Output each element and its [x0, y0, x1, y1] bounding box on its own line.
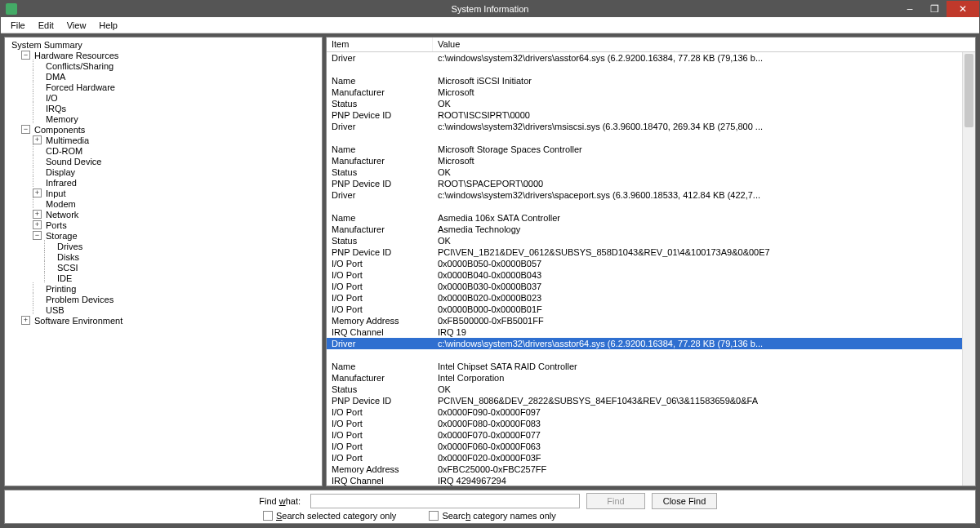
detail-row[interactable]: ManufacturerIntel Corporation [327, 372, 975, 384]
find-input[interactable] [310, 494, 580, 508]
detail-row[interactable]: Memory Address0xFBC25000-0xFBC257FF [327, 464, 975, 475]
tree-toggle-icon[interactable]: + [33, 189, 42, 197]
tree-item[interactable]: CD-ROM [5, 145, 322, 156]
detail-row[interactable]: PNP Device IDPCI\VEN_8086&DEV_2822&SUBSY… [327, 395, 975, 406]
scroll-thumb[interactable] [964, 54, 973, 127]
cell-item: Memory Address [327, 464, 433, 474]
menu-edit[interactable]: Edit [32, 19, 60, 32]
close-button[interactable]: ✕ [947, 1, 979, 17]
tree-item[interactable]: Problem Devices [5, 294, 322, 304]
find-bar: Find what: Find Close Find Search select… [4, 490, 976, 524]
detail-row[interactable]: I/O Port0x0000B040-0x0000B043 [327, 269, 975, 281]
tree-toggle-icon[interactable]: − [21, 125, 30, 134]
tree-item[interactable]: IDE [5, 273, 322, 283]
detail-row[interactable]: NameAsmedia 106x SATA Controller [327, 212, 975, 224]
detail-row[interactable]: I/O Port0x0000F090-0x0000F097 [327, 406, 975, 418]
tree-toggle-icon[interactable]: + [33, 220, 42, 229]
detail-row[interactable]: ManufacturerMicrosoft [327, 155, 975, 166]
tree-item[interactable]: Forced Hardware [5, 82, 322, 92]
tree-item[interactable]: Infrared [5, 177, 322, 188]
tree-item[interactable]: +Input [5, 188, 322, 198]
cell-value: OK [433, 167, 956, 177]
cell-value: c:\windows\system32\drivers\spaceport.sy… [433, 190, 956, 200]
tree-item[interactable]: −Components [5, 124, 322, 135]
detail-row[interactable]: I/O Port0x0000F020-0x0000F03F [327, 452, 975, 464]
tree-toggle-icon[interactable]: − [33, 231, 42, 240]
detail-row[interactable]: ManufacturerAsmedia Technology [327, 224, 975, 235]
titlebar[interactable]: System Information – ❐ ✕ [1, 1, 979, 17]
maximize-button[interactable]: ❐ [922, 1, 947, 17]
detail-row[interactable]: ManufacturerMicrosoft [327, 87, 975, 98]
column-item[interactable]: Item [327, 38, 433, 51]
detail-row[interactable]: StatusOK [327, 384, 975, 395]
cell-item: Status [327, 99, 433, 109]
menu-view[interactable]: View [60, 19, 93, 32]
tree-item[interactable]: Modem [5, 198, 322, 209]
detail-row[interactable]: I/O Port0x0000F070-0x0000F077 [327, 429, 975, 441]
detail-row[interactable]: I/O Port0x0000F080-0x0000F083 [327, 418, 975, 429]
menu-file[interactable]: File [4, 19, 32, 32]
tree-item-label: Drives [56, 242, 84, 251]
detail-row[interactable]: NameIntel Chipset SATA RAID Controller [327, 361, 975, 372]
tree-item[interactable]: Sound Device [5, 156, 322, 166]
detail-row[interactable]: IRQ ChannelIRQ 4294967294 [327, 475, 975, 486]
detail-row[interactable]: PNP Device IDROOT\ISCSIPRT\0000 [327, 109, 975, 121]
tree-item[interactable]: DMA [5, 71, 322, 82]
detail-row[interactable]: Driverc:\windows\system32\drivers\spacep… [327, 189, 975, 201]
cell-item: PNP Device ID [327, 110, 433, 120]
cell-value: 0x0000B040-0x0000B043 [433, 270, 956, 280]
detail-row[interactable]: I/O Port0x0000F060-0x0000F063 [327, 441, 975, 452]
search-selected-only-checkbox[interactable]: Search selected category only [263, 511, 396, 521]
menu-help[interactable]: Help [92, 19, 124, 32]
tree-item[interactable]: +Network [5, 209, 322, 220]
detail-row[interactable]: Driverc:\windows\system32\drivers\asstor… [327, 52, 975, 64]
tree-toggle-icon[interactable]: + [21, 316, 30, 325]
cell-item: I/O Port [327, 270, 433, 280]
tree-toggle-icon[interactable]: + [33, 135, 42, 144]
tree-item[interactable]: +Software Environment [5, 315, 322, 326]
detail-row[interactable]: I/O Port0x0000B050-0x0000B057 [327, 258, 975, 269]
tree-item[interactable]: Conflicts/Sharing [5, 60, 322, 71]
detail-row[interactable]: Driverc:\windows\system32\drivers\asstor… [327, 338, 975, 349]
vertical-scrollbar[interactable] [962, 52, 975, 486]
tree-item-label: Network [44, 210, 80, 220]
detail-row[interactable]: NameMicrosoft iSCSI Initiator [327, 75, 975, 87]
detail-row[interactable]: Memory Address0xFB500000-0xFB5001FF [327, 315, 975, 326]
tree-item[interactable]: IRQs [5, 103, 322, 113]
tree-item[interactable]: +Ports [5, 220, 322, 230]
minimize-button[interactable]: – [898, 1, 922, 17]
tree-toggle-icon[interactable]: + [33, 210, 42, 219]
detail-row[interactable]: NameMicrosoft Storage Spaces Controller [327, 144, 975, 155]
tree-item[interactable]: USB [5, 304, 322, 315]
detail-row[interactable]: PNP Device IDPCI\VEN_1B21&DEV_0612&SUBSY… [327, 246, 975, 258]
tree-item[interactable]: Display [5, 166, 322, 177]
category-tree[interactable]: System Summary−Hardware ResourcesConflic… [5, 38, 322, 327]
tree-item[interactable]: System Summary [5, 39, 322, 50]
tree-item[interactable]: I/O [5, 92, 322, 103]
search-category-names-only-checkbox[interactable]: Search category names only [429, 511, 555, 521]
tree-item[interactable]: Memory [5, 113, 322, 124]
detail-row[interactable]: StatusOK [327, 235, 975, 246]
cell-item: I/O Port [327, 304, 433, 314]
column-value[interactable]: Value [433, 38, 975, 51]
detail-row[interactable]: IRQ ChannelIRQ 19 [327, 326, 975, 338]
tree-item[interactable]: +Multimedia [5, 135, 322, 145]
tree-item[interactable]: Printing [5, 283, 322, 294]
detail-row[interactable]: I/O Port0x0000B030-0x0000B037 [327, 281, 975, 292]
tree-item-label: Software Environment [33, 316, 124, 326]
cell-value: 0x0000F020-0x0000F03F [433, 453, 956, 463]
detail-row[interactable]: I/O Port0x0000B000-0x0000B01F [327, 304, 975, 315]
tree-item-label: Multimedia [44, 135, 91, 145]
close-find-button[interactable]: Close Find [652, 493, 717, 509]
detail-row[interactable]: Driverc:\windows\system32\drivers\msiscs… [327, 121, 975, 132]
detail-row[interactable]: StatusOK [327, 166, 975, 178]
find-button[interactable]: Find [586, 493, 645, 509]
detail-row[interactable]: StatusOK [327, 98, 975, 109]
cell-item: PNP Device ID [327, 396, 433, 406]
tree-item[interactable]: −Hardware Resources [5, 50, 322, 60]
detail-row[interactable]: I/O Port0x0000B020-0x0000B023 [327, 292, 975, 304]
tree-toggle-icon[interactable]: − [21, 51, 30, 60]
cell-item: I/O Port [327, 259, 433, 268]
detail-row[interactable]: PNP Device IDROOT\SPACEPORT\0000 [327, 178, 975, 189]
detail-list[interactable]: Driverc:\windows\system32\drivers\asstor… [327, 52, 975, 486]
